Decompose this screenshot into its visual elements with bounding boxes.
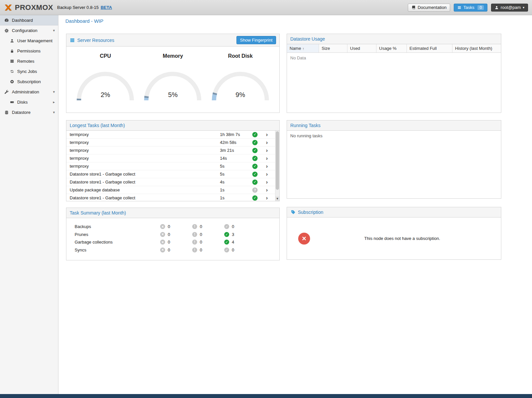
task-row[interactable]: Datastore store1 - Garbage collect 4s › bbox=[66, 178, 279, 186]
proxmox-logo-icon bbox=[4, 3, 13, 12]
open-task-icon[interactable]: › bbox=[260, 187, 273, 193]
task-row[interactable]: termproxy 14s › bbox=[66, 154, 279, 162]
cpu-gauge: CPU 2% bbox=[72, 52, 138, 102]
task-list-icon bbox=[457, 6, 461, 10]
dashboard-icon bbox=[4, 17, 9, 23]
product-name: Backup Server 0.8-15 bbox=[57, 5, 99, 10]
open-task-icon[interactable]: › bbox=[260, 171, 273, 177]
panel-title: Datastore Usage bbox=[290, 36, 325, 42]
task-status-icon bbox=[252, 148, 258, 153]
datastore-usage-header-row: Name↑ Size Used Usage % Estimated Full H… bbox=[287, 44, 501, 53]
task-status-icon bbox=[252, 140, 258, 145]
sidebar-item-label: Remotes bbox=[17, 59, 34, 64]
no-data-text: No Data bbox=[287, 53, 501, 63]
task-summary-row: Garbage collections 0 0 4 bbox=[75, 238, 256, 246]
subscription-message: This node does not have a subscription. bbox=[310, 236, 494, 241]
chevron-down-icon[interactable]: ▾ bbox=[53, 110, 55, 115]
beta-link[interactable]: BETA bbox=[101, 5, 112, 10]
sort-ascending-icon: ↑ bbox=[302, 47, 304, 50]
sidebar-item-disks[interactable]: Disks ▸ bbox=[0, 97, 58, 107]
chevron-down-icon[interactable]: ▾ bbox=[53, 90, 55, 94]
task-row[interactable]: termproxy 5s › bbox=[66, 162, 279, 170]
sidebar-item-user-management[interactable]: User Management bbox=[0, 36, 58, 46]
open-task-icon[interactable]: › bbox=[260, 140, 273, 145]
task-row[interactable]: termproxy 3m 21s › bbox=[66, 147, 279, 154]
error-count-cell[interactable]: 0 bbox=[160, 224, 192, 229]
task-summary-row: Prunes 0 0 3 bbox=[75, 231, 256, 239]
error-icon bbox=[160, 248, 165, 252]
chevron-down-icon: ▾ bbox=[523, 6, 524, 9]
task-summary-row: Backups 0 0 0 bbox=[75, 223, 256, 231]
documentation-button[interactable]: Documentation bbox=[408, 4, 450, 12]
server-resources-panel: Server Resources Show Fingerprint CPU bbox=[66, 34, 280, 113]
error-count-cell[interactable]: 0 bbox=[160, 248, 192, 252]
book-icon bbox=[411, 5, 416, 10]
error-count-cell[interactable]: 0 bbox=[160, 232, 192, 237]
warning-count-cell[interactable]: 0 bbox=[192, 248, 224, 252]
column-header-estimated-full[interactable]: Estimated Full bbox=[407, 44, 452, 52]
memory-gauge: Memory 5% bbox=[140, 52, 206, 102]
gauge-label: Root Disk bbox=[207, 53, 273, 59]
warning-count-cell[interactable]: 0 bbox=[192, 232, 224, 237]
task-status-icon bbox=[252, 156, 258, 161]
ok-count-cell[interactable]: 0 bbox=[224, 224, 256, 229]
sidebar-item-permissions[interactable]: Permissions bbox=[0, 46, 58, 56]
open-task-icon[interactable]: › bbox=[260, 132, 273, 137]
gauge-label: Memory bbox=[140, 53, 206, 59]
column-header-used[interactable]: Used bbox=[347, 44, 376, 52]
task-row[interactable]: Update package database 1s › bbox=[66, 186, 279, 194]
warning-icon bbox=[192, 224, 197, 229]
panel-title: Longest Tasks (last Month) bbox=[70, 123, 125, 128]
open-task-icon[interactable]: › bbox=[260, 163, 273, 169]
task-status-icon bbox=[252, 132, 258, 137]
scroll-down-button[interactable]: ▼ bbox=[275, 196, 279, 201]
server-list-icon bbox=[9, 59, 15, 64]
error-count-cell[interactable]: 0 bbox=[160, 240, 192, 245]
sidebar-item-remotes[interactable]: Remotes bbox=[0, 56, 58, 66]
sidebar-item-label: Configuration bbox=[12, 28, 37, 33]
scrollbar-thumb[interactable] bbox=[276, 131, 279, 190]
gauge-value: 9% bbox=[209, 91, 272, 99]
show-fingerprint-button[interactable]: Show Fingerprint bbox=[236, 36, 276, 44]
ok-count-cell[interactable]: 3 bbox=[224, 232, 256, 237]
panel-title: Task Summary (last Month) bbox=[70, 210, 126, 216]
column-header-usage-percent[interactable]: Usage % bbox=[376, 44, 407, 52]
ok-count-cell[interactable]: 4 bbox=[224, 240, 256, 245]
task-row[interactable]: Datastore store1 - Garbage collect 5s › bbox=[66, 170, 279, 178]
task-row[interactable]: termproxy 1h 38m 7s › bbox=[66, 131, 279, 139]
disk-icon bbox=[9, 100, 15, 105]
longest-tasks-panel: Longest Tasks (last Month) termproxy 1h … bbox=[66, 120, 280, 201]
task-row[interactable]: Datastore store1 - Garbage collect 1s › bbox=[66, 194, 279, 201]
gauge-value: 2% bbox=[74, 91, 137, 99]
warning-count-cell[interactable]: 0 bbox=[192, 240, 224, 245]
sidebar-item-administration[interactable]: Administration ▾ bbox=[0, 87, 58, 97]
open-task-icon[interactable]: › bbox=[260, 148, 273, 153]
scrollbar[interactable]: ▼ bbox=[275, 131, 279, 201]
open-task-icon[interactable]: › bbox=[260, 195, 273, 201]
panel-title: Server Resources bbox=[77, 38, 114, 43]
task-row[interactable]: termproxy 42m 58s › bbox=[66, 139, 279, 147]
open-task-icon[interactable]: › bbox=[260, 179, 273, 185]
no-subscription-icon: × bbox=[298, 233, 310, 245]
chevron-down-icon[interactable]: ▾ bbox=[53, 28, 55, 33]
sidebar-item-configuration[interactable]: Configuration ▾ bbox=[0, 25, 58, 36]
sidebar-item-datastore[interactable]: Datastore ▾ bbox=[0, 107, 58, 117]
sidebar-item-sync-jobs[interactable]: Sync Jobs bbox=[0, 66, 58, 77]
chevron-right-icon[interactable]: ▸ bbox=[53, 100, 55, 104]
warning-count-cell[interactable]: 0 bbox=[192, 224, 224, 229]
tasks-button[interactable]: Tasks 0 bbox=[454, 4, 487, 12]
sync-icon bbox=[9, 69, 15, 74]
user-menu-button[interactable]: root@pam ▾ bbox=[491, 4, 528, 12]
sidebar-item-dashboard[interactable]: Dashboard bbox=[0, 15, 58, 25]
page-title: Dashboard - WIP bbox=[65, 18, 103, 24]
subscription-panel: Subscription × This node does not have a… bbox=[287, 207, 501, 260]
column-header-size[interactable]: Size bbox=[319, 44, 347, 52]
sidebar-item-subscription[interactable]: Subscription bbox=[0, 77, 58, 87]
ok-count-cell[interactable]: 0 bbox=[224, 248, 256, 252]
tags-icon bbox=[290, 210, 296, 215]
column-header-name[interactable]: Name↑ bbox=[287, 44, 319, 52]
column-header-history[interactable]: History (last Month) bbox=[452, 44, 501, 52]
open-task-icon[interactable]: › bbox=[260, 155, 273, 161]
task-status-icon bbox=[252, 172, 258, 177]
panel-title: Subscription bbox=[298, 210, 323, 215]
